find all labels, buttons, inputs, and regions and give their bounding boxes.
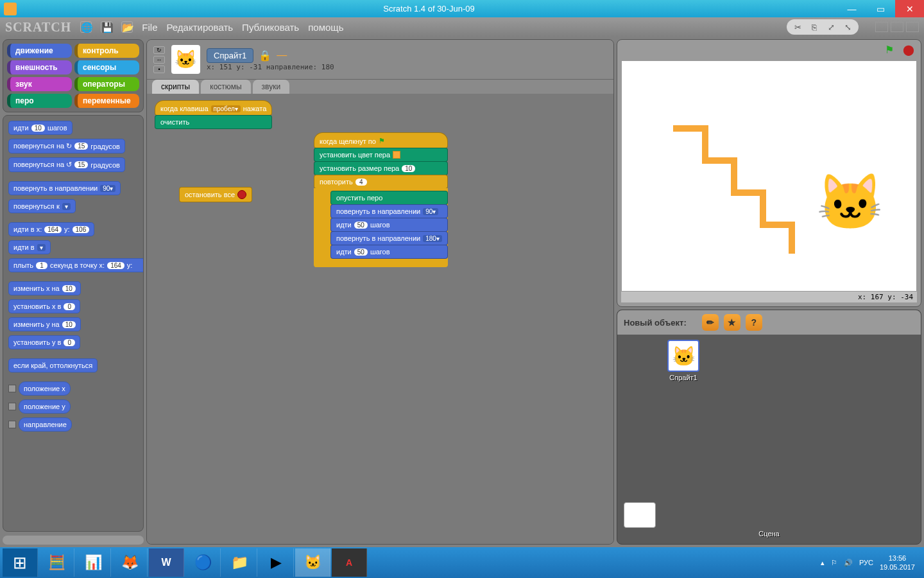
menu-publish[interactable]: Публиковать <box>242 22 299 33</box>
tab-scripts[interactable]: скрипты <box>152 80 199 94</box>
blk-move[interactable]: идти10шагов <box>8 121 73 135</box>
blk-change-x[interactable]: изменить x на10 <box>8 281 81 295</box>
tray-flag-icon[interactable]: ⚐ <box>831 559 837 567</box>
category-c-looks[interactable]: внешность <box>7 60 72 74</box>
open-icon[interactable]: 📂 <box>121 21 133 33</box>
copy-tool-icon[interactable]: ⎘ <box>809 21 820 33</box>
scene-item[interactable]: Сцена <box>624 502 914 538</box>
chk-pos-y[interactable] <box>8 403 16 410</box>
palette-scrollbar[interactable] <box>3 536 144 545</box>
rpt-dir[interactable]: направление <box>19 417 72 432</box>
new-object-label: Новый объект: <box>624 318 687 328</box>
script-stack-3[interactable]: когда щелкнут по⚑ установить цвет пера у… <box>314 132 448 267</box>
block-palette: идти10шагов повернуться на ↻15градусов п… <box>3 115 144 532</box>
script-stack-1[interactable]: когда клавишапробел▾нажата очистить <box>155 100 272 128</box>
stamp-tool-icon[interactable]: ✂ <box>792 21 803 33</box>
taskbar-files[interactable]: 📁 <box>222 548 257 577</box>
sprite-list-panel: Новый объект: ✏ ★ ? 🐱 Спрайт1 Сцена <box>617 310 921 545</box>
shrink-tool-icon[interactable]: ⤡ <box>842 21 853 33</box>
taskbar-adobe[interactable]: A <box>332 548 367 577</box>
app-icon <box>4 3 17 15</box>
category-c-control[interactable]: контроль <box>74 44 139 58</box>
taskbar-word[interactable]: W <box>149 548 184 577</box>
menu-file[interactable]: File <box>142 22 157 33</box>
blk-goto[interactable]: идти в ▾ <box>8 240 51 254</box>
tray-volume-icon[interactable]: 🔊 <box>844 559 853 567</box>
sprite-thumbnail: 🐱 <box>171 45 200 74</box>
menu-bar: SCRATCH 🌐 💾 📂 File Редактировать Публико… <box>0 17 924 37</box>
close-button[interactable]: ✕ <box>895 0 924 17</box>
minimize-button[interactable]: — <box>837 0 866 17</box>
blk-turn-ccw[interactable]: повернуться на ↺15градусов <box>8 157 125 172</box>
stage[interactable]: 🐱 <box>621 60 917 292</box>
chk-dir[interactable] <box>8 421 16 428</box>
blk-change-y[interactable]: изменить y на10 <box>8 317 81 331</box>
taskbar-skype[interactable]: 🔵 <box>185 548 221 577</box>
blk-point-to[interactable]: повернуться к ▾ <box>8 199 76 213</box>
window-title: Scratch 1.4 of 30-Jun-09 <box>21 4 837 13</box>
script-area[interactable]: когда клавишапробел▾нажата очистить оста… <box>147 94 613 544</box>
script-stack-2[interactable]: остановить все <box>179 187 252 202</box>
blk-bounce[interactable]: если край, оттолкнуться <box>8 358 98 372</box>
rotate-none-icon[interactable]: • <box>153 66 165 73</box>
blk-goto-xy[interactable]: идти в x:164y:106 <box>8 222 94 236</box>
taskbar-calc[interactable]: 🧮 <box>39 548 74 577</box>
rotate-lr-icon[interactable]: ↔ <box>153 56 165 64</box>
green-flag-button[interactable]: ⚑ <box>885 44 899 58</box>
stage-sprite-cat[interactable]: 🐱 <box>816 170 884 234</box>
save-icon[interactable]: 💾 <box>101 21 112 33</box>
sprite-name-field[interactable]: Спрайт1 <box>207 48 253 63</box>
paint-sprite-icon[interactable]: ✏ <box>702 314 719 331</box>
blk-turn-cw[interactable]: повернуться на ↻15градусов <box>8 139 125 153</box>
rpt-pos-x[interactable]: положение x <box>19 381 71 396</box>
taskbar-media[interactable]: ▶ <box>259 548 294 577</box>
start-button[interactable]: ⊞ <box>3 548 38 577</box>
blk-point-dir[interactable]: повернуть в направлении90▾ <box>8 181 121 195</box>
view-present-icon[interactable] <box>906 22 919 32</box>
tray-chevron-icon[interactable]: ▴ <box>821 559 825 567</box>
tray-lang[interactable]: РУС <box>859 559 873 566</box>
import-sprite-icon[interactable]: ★ <box>724 314 740 331</box>
taskbar-firefox[interactable]: 🦊 <box>112 548 148 577</box>
surprise-sprite-icon[interactable]: ? <box>746 314 762 331</box>
tab-costumes[interactable]: костюмы <box>201 80 250 94</box>
menu-help[interactable]: помощь <box>308 22 343 33</box>
stop-button[interactable]: ⬤ <box>903 44 917 58</box>
category-c-pen[interactable]: перо <box>7 94 72 108</box>
category-c-vars[interactable]: переменные <box>74 94 139 108</box>
tab-sounds[interactable]: звуки <box>253 80 290 94</box>
blk-glide[interactable]: плыть1секунд в точку x:164y: <box>8 258 144 272</box>
category-c-ops[interactable]: операторы <box>74 77 139 91</box>
tool-mode-box: ✂ ⎘ ⤢ ⤡ <box>787 19 859 35</box>
direction-indicator: — <box>277 49 287 61</box>
windows-taskbar: ⊞ 🧮 📊 🦊 W 🔵 📁 ▶ 🐱 A ▴ ⚐ 🔊 РУС 13:56 19.0… <box>0 547 924 578</box>
window-titlebar: Scratch 1.4 of 30-Jun-09 — ▭ ✕ <box>0 0 924 17</box>
view-normal-icon[interactable] <box>891 22 903 32</box>
grow-tool-icon[interactable]: ⤢ <box>825 21 837 33</box>
category-c-sense[interactable]: сенсоры <box>74 60 139 74</box>
tray-clock[interactable]: 13:56 19.05.2017 <box>880 554 915 572</box>
sprite-item-1[interactable]: 🐱 Спрайт1 <box>667 340 699 381</box>
view-small-icon[interactable] <box>875 22 888 32</box>
scratch-logo: SCRATCH <box>5 20 71 35</box>
lock-icon[interactable]: 🔒 <box>259 49 271 62</box>
stage-coords: x: 167 y: -34 <box>621 292 917 302</box>
chk-pos-x[interactable] <box>8 385 16 392</box>
blk-set-x[interactable]: установить x в0 <box>8 299 80 313</box>
sprite-header: ↻ ↔ • 🐱 Спрайт1 🔒 — x: 151 y: -31 направ… <box>147 40 613 80</box>
category-panel: движениеконтрольвнешностьсенсорызвукопер… <box>3 39 144 112</box>
category-c-motion[interactable]: движение <box>7 44 72 58</box>
rpt-pos-y[interactable]: положение y <box>19 399 71 414</box>
taskbar-scratch[interactable]: 🐱 <box>295 548 330 577</box>
view-buttons <box>875 22 919 32</box>
blk-set-y[interactable]: установить y в0 <box>8 335 80 349</box>
rotate-free-icon[interactable]: ↻ <box>153 46 165 54</box>
taskbar-explorer[interactable]: 📊 <box>76 548 111 577</box>
sprite-coords: x: 151 y: -31 направление: 180 <box>207 63 334 71</box>
sprite-tabs: скрипты костюмы звуки <box>147 80 613 94</box>
stage-panel: ⚑ ⬤ 🐱 x: 167 y: -34 <box>617 39 921 307</box>
menu-edit[interactable]: Редактировать <box>166 22 233 33</box>
globe-icon[interactable]: 🌐 <box>80 21 92 33</box>
maximize-button[interactable]: ▭ <box>866 0 895 17</box>
category-c-sound[interactable]: звук <box>7 77 72 91</box>
